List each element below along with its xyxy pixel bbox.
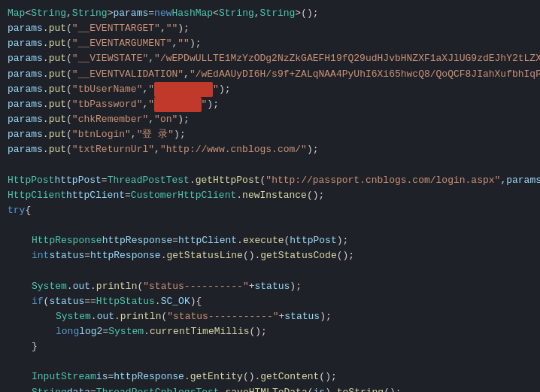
line-19: System.out.println("status----------"+st… (8, 279, 532, 294)
line-blank-1 (8, 157, 532, 172)
line-8: params.put("chkRemember", "on"); (8, 112, 532, 127)
line-26: String data=ThreadPostCnblogsTest.saveHT… (8, 385, 532, 392)
line-2: params.put("__EVENTTARGET", ""); (8, 21, 532, 36)
line-1: Map<String, String> params = new HashMap… (8, 6, 532, 21)
line-13: HttpClient httpClient = CustomerHttpClie… (8, 188, 532, 203)
line-6: params.put("tbUserName", "██████████"); (8, 82, 532, 97)
line-20: if(status==HttpStatus.SC_OK){ (8, 294, 532, 309)
line-10: params.put("txtReturnUrl", "http://www.c… (8, 142, 532, 157)
line-12: HttpPost httpPost = ThreadPostTest.getHt… (8, 173, 532, 188)
line-7: params.put("tbPassword", "████████"); (8, 97, 532, 112)
code-editor: Map<String, String> params = new HashMap… (0, 0, 540, 392)
line-16: HttpResponse httpResponse=httpClient.exe… (8, 233, 532, 248)
line-9: params.put("btnLogin", "登 录"); (8, 127, 532, 142)
line-25: InputStream is=httpResponse.getEntity().… (8, 369, 532, 384)
line-blank-3 (8, 263, 532, 278)
line-blank-2 (8, 218, 532, 233)
line-try: try { (8, 203, 532, 218)
line-23: } (8, 339, 532, 354)
line-3: params.put("__EVENTARGUMENT", ""); (8, 36, 532, 51)
line-22: long log2= System.currentTimeMillis(); (8, 324, 532, 339)
line-5: params.put("__EVENTVALIDATION", "/wEdAAU… (8, 67, 532, 82)
line-17: int status=httpResponse.getStatusLine().… (8, 248, 532, 263)
line-blank-4 (8, 354, 532, 369)
line-4: params.put("__VIEWSTATE", "/wEPDwULLTE1M… (8, 51, 532, 66)
line-21: System.out.println("status-----------"+s… (8, 309, 532, 324)
